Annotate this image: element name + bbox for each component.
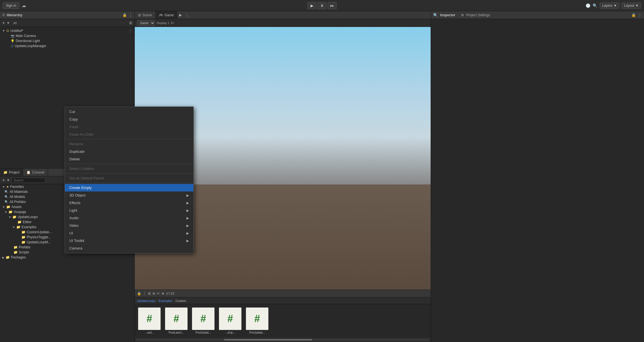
files-star-icon[interactable]: ★ — [161, 292, 165, 295]
files-grid: # ...xed... # PostLateU... # PostUpdat..… — [135, 304, 431, 338]
files-screen-icon[interactable]: ⊞ — [148, 292, 151, 295]
top-bar-left: Sign in ☁ — [3, 2, 26, 9]
ctx-sep-1 — [65, 139, 193, 139]
camera-icon: 📷 — [11, 34, 15, 38]
hierarchy-header-icons: 🔒 ⋮ — [122, 13, 132, 17]
tab-game[interactable]: 🎮 Game — [156, 11, 177, 19]
step-button[interactable]: ⏭ — [328, 2, 337, 9]
files-lock-icon[interactable]: 🔒 — [137, 292, 141, 295]
hierarchy-row-directional-light[interactable]: 💡 Directional Light — [0, 38, 134, 43]
files-tag-icon[interactable]: 🏷 10 — [166, 292, 174, 295]
dropdown-icon[interactable]: ▼ — [6, 21, 10, 25]
file-name-2: PostLateU... — [168, 331, 184, 334]
project-search-input[interactable] — [12, 178, 45, 183]
ctx-paste: Paste — [65, 123, 193, 131]
chevron-down-icon: ▼ — [613, 4, 617, 8]
ctx-sep-2 — [65, 164, 193, 164]
tree-item-packages[interactable]: ▶ 📁 Packages — [0, 255, 134, 260]
ctx-ui-toolkit[interactable]: UI Toolkit ▶ — [65, 237, 193, 244]
game-tab-icon: 🎮 — [159, 13, 163, 17]
file-item-5[interactable]: # PreUpdate... — [245, 306, 270, 335]
search-sm-icon3: 🔍 — [4, 200, 8, 204]
inspector-panel: 🔍 Inspector ⚙ Project Settings 🔒 ⋮ — [431, 11, 644, 342]
files-brush-icon[interactable]: ✏ — [157, 292, 160, 295]
ctx-light-arrow: ▶ — [186, 209, 189, 212]
ctx-audio-arrow: ▶ — [186, 216, 189, 220]
inspector-title: Inspector — [440, 13, 455, 17]
file-item-4[interactable]: # ...eUp... — [218, 306, 243, 335]
star-icon: ★ — [6, 185, 9, 189]
ctx-3d-object[interactable]: 3D Object ▶ — [65, 191, 193, 199]
inspector-icon: 🔍 — [433, 13, 438, 17]
project-add-button[interactable]: + — [2, 178, 5, 182]
pause-button[interactable]: ⏸ — [318, 2, 326, 9]
folder-icon-updateloops: 📁 — [12, 215, 17, 219]
console-tab-icon: 📋 — [26, 170, 31, 174]
scene-row-untitled[interactable]: ▼ ⊙ Untitled* ⋮ — [0, 28, 134, 33]
ctx-effects[interactable]: Effects ▶ — [65, 199, 193, 207]
project-dropdown-icon[interactable]: ▼ — [6, 178, 10, 182]
add-button[interactable]: + — [2, 21, 5, 25]
hierarchy-toolbar: + ▼ All ⊞ — [0, 19, 134, 27]
sign-in-button[interactable]: Sign in — [3, 2, 19, 9]
scene-icon[interactable]: ⊞ — [129, 21, 132, 25]
file-item-1[interactable]: # ...xed... — [137, 306, 162, 335]
folder-icon-vuopaja: 📁 — [8, 210, 13, 214]
file-name-4: ...eUp... — [225, 331, 235, 334]
scrollbar-thumb[interactable] — [224, 339, 312, 341]
scene-cube-icon: ⊙ — [6, 29, 9, 33]
file-name-3: PostUpdat... — [195, 331, 211, 334]
folder-icon-updateloopm: 📁 — [21, 240, 26, 244]
chevron-down-icon-layout: ▼ — [635, 4, 639, 8]
ctx-select-children: Select Children — [65, 165, 193, 172]
inspector-more-icon[interactable]: ⋮ — [638, 13, 642, 17]
scene-more-icon[interactable]: ⋮ — [129, 29, 132, 33]
layout-dropdown[interactable]: Layout ▼ — [622, 3, 641, 9]
tab-console[interactable]: 📋 Console — [23, 168, 48, 176]
inspector-lock-icon[interactable]: 🔒 — [631, 13, 636, 17]
ctx-audio[interactable]: Audio ▶ — [65, 214, 193, 222]
folder-tab-icon: 📁 — [3, 170, 8, 174]
folder-icon-editor: 📁 — [17, 220, 22, 224]
ctx-light[interactable]: Light ▶ — [65, 207, 193, 214]
game-mode-select[interactable]: Game — [137, 20, 155, 26]
scene-tab-icon: ⊞ — [138, 13, 141, 17]
layers-dropdown[interactable]: Layers ▼ — [600, 3, 619, 9]
project-settings-label[interactable]: Project Settings — [466, 13, 490, 17]
file-icon-1: # — [138, 308, 161, 330]
file-item-2[interactable]: # PostLateU... — [164, 306, 189, 335]
more-icon[interactable]: ⋮ — [129, 13, 132, 17]
ctx-paste-as-child: Paste As Child — [65, 131, 193, 138]
ctx-duplicate[interactable]: Duplicate — [65, 148, 193, 155]
lock-icon[interactable]: 🔒 — [122, 13, 127, 17]
search-icon[interactable]: 🔍 — [593, 3, 597, 8]
ctx-camera[interactable]: Camera — [65, 244, 193, 252]
ctx-delete[interactable]: Delete — [65, 155, 193, 163]
file-name-5: PreUpdate... — [249, 331, 265, 334]
play-button[interactable]: ▶ — [307, 2, 316, 9]
breadcrumb-bar: UpdateLoops › Examples › Custom — [135, 297, 431, 304]
ctx-video[interactable]: Video ▶ — [65, 222, 193, 229]
ctx-ui[interactable]: UI ▶ — [65, 229, 193, 237]
ctx-ui-toolkit-arrow: ▶ — [186, 239, 189, 243]
ctx-create-empty[interactable]: Create Empty — [65, 184, 193, 191]
project-settings-icon: ⚙ — [461, 13, 464, 17]
file-item-3[interactable]: # PostUpdat... — [191, 306, 216, 335]
ctx-rename: Rename — [65, 140, 193, 148]
ctx-copy[interactable]: Copy — [65, 115, 193, 123]
files-filter-icon[interactable]: ⊕ — [152, 292, 155, 295]
horizontal-scrollbar[interactable] — [136, 339, 430, 341]
tab-project[interactable]: 📁 Project — [0, 168, 23, 176]
ctx-sep-4 — [65, 183, 193, 183]
tab-scene[interactable]: ⊞ Scene — [135, 11, 156, 19]
file-name-1: ...xed... — [145, 331, 154, 334]
view-tab-play-icon[interactable]: ▶ — [177, 13, 184, 17]
hierarchy-row-main-camera[interactable]: 📷 Main Camera — [0, 33, 134, 38]
fr-label: Fr — [171, 21, 174, 25]
ctx-cut[interactable]: Cut — [65, 108, 193, 115]
files-more-icon[interactable]: ⋮ — [143, 292, 146, 295]
history-icon[interactable]: 🕐 — [586, 3, 590, 8]
view-tab-more-icon[interactable]: ⋮ — [184, 13, 191, 17]
display-label: Display 1 — [157, 21, 169, 25]
hierarchy-row-update-loop-manager[interactable]: ⬡ UpdateLoopManager — [0, 43, 134, 48]
